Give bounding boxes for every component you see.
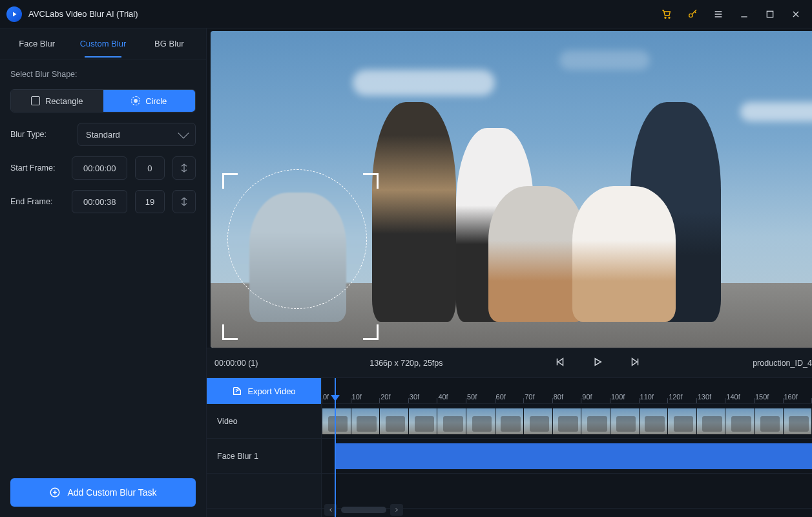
circle-icon bbox=[131, 96, 140, 105]
rectangle-icon bbox=[31, 96, 40, 105]
shape-toggle: Rectangle Circle bbox=[10, 89, 196, 112]
video-thumbnail[interactable] bbox=[495, 408, 524, 434]
video-thumbnail[interactable] bbox=[466, 408, 495, 434]
video-thumbnail[interactable] bbox=[610, 408, 639, 434]
scroll-right-button[interactable] bbox=[390, 504, 403, 516]
ruler-tick: 140f bbox=[725, 393, 754, 401]
add-custom-blur-task-button[interactable]: Add Custom Blur Task bbox=[10, 478, 196, 507]
minimize-icon[interactable] bbox=[738, 8, 750, 20]
blur-type-label: Blur Type: bbox=[10, 130, 70, 139]
start-frame-input[interactable]: 0 bbox=[135, 156, 164, 180]
track-label-video: Video bbox=[207, 404, 321, 439]
video-track[interactable] bbox=[322, 404, 812, 439]
titlebar: AVCLabs Video Blur AI (Trial) bbox=[0, 0, 812, 28]
video-thumbnail[interactable] bbox=[437, 408, 466, 434]
shape-rectangle-button[interactable]: Rectangle bbox=[11, 90, 103, 112]
shape-circle-label: Circle bbox=[145, 96, 167, 106]
blur-type-select[interactable]: Standard bbox=[78, 123, 196, 146]
timeline-ruler[interactable]: 0f10f20f30f40f50f60f70f80f90f100f110f120… bbox=[322, 378, 812, 404]
prev-frame-button[interactable] bbox=[554, 356, 566, 370]
close-icon[interactable] bbox=[790, 8, 802, 20]
sidebar: Face Blur Custom Blur BG Blur Select Blu… bbox=[0, 28, 207, 517]
export-label: Export Video bbox=[247, 386, 295, 396]
video-thumbnail[interactable] bbox=[523, 408, 552, 434]
empty-track bbox=[322, 474, 812, 509]
video-preview[interactable] bbox=[211, 31, 812, 348]
key-icon[interactable] bbox=[687, 8, 698, 20]
end-frame-label: End Frame: bbox=[10, 197, 64, 206]
tab-face-blur[interactable]: Face Blur bbox=[4, 30, 70, 58]
video-thumbnail[interactable] bbox=[639, 408, 668, 434]
playhead[interactable] bbox=[335, 378, 336, 517]
end-snap-button[interactable] bbox=[172, 190, 196, 213]
chevron-down-icon bbox=[178, 128, 189, 139]
timeline: Export Video Video Face Blur 1 0f10f20f3… bbox=[207, 377, 812, 517]
ruler-tick: 50f bbox=[466, 393, 495, 401]
video-thumbnail[interactable] bbox=[696, 408, 725, 434]
start-time-input[interactable]: 00:00:00 bbox=[72, 156, 127, 180]
cart-icon[interactable] bbox=[661, 8, 672, 20]
svg-rect-3 bbox=[767, 11, 773, 17]
video-thumbnail[interactable] bbox=[754, 408, 783, 434]
video-thumbnail[interactable] bbox=[552, 408, 581, 434]
blur-track[interactable] bbox=[322, 439, 812, 474]
blur-clip[interactable] bbox=[335, 443, 812, 469]
ruler-tick: 40f bbox=[437, 393, 466, 401]
video-thumbnail[interactable] bbox=[581, 408, 610, 434]
video-thumbnail[interactable] bbox=[783, 408, 812, 434]
next-frame-button[interactable] bbox=[629, 356, 641, 370]
ruler-tick: 150f bbox=[754, 393, 783, 401]
menu-icon[interactable] bbox=[713, 8, 724, 20]
video-thumbnail[interactable] bbox=[725, 408, 754, 434]
video-thumbnail[interactable] bbox=[322, 408, 351, 434]
play-button[interactable] bbox=[592, 356, 603, 370]
crop-handle-br[interactable] bbox=[363, 324, 379, 340]
tab-custom-blur[interactable]: Custom Blur bbox=[70, 30, 136, 58]
crop-handle-tr[interactable] bbox=[363, 173, 379, 189]
app-title: AVCLabs Video Blur AI (Trial) bbox=[28, 9, 138, 19]
timeline-scrollbar bbox=[322, 504, 812, 516]
svg-point-1 bbox=[669, 17, 670, 18]
player-bar: 00:00:00 (1) 1366p x 720p, 25fps product… bbox=[207, 348, 812, 377]
svg-point-0 bbox=[665, 17, 666, 18]
export-video-button[interactable]: Export Video bbox=[207, 378, 321, 404]
crop-handle-tl[interactable] bbox=[222, 173, 238, 189]
crop-handle-bl[interactable] bbox=[222, 324, 238, 340]
player-info: 1366p x 720p, 25fps bbox=[370, 359, 442, 368]
track-label-blur: Face Blur 1 bbox=[207, 439, 321, 474]
ruler-tick: 90f bbox=[581, 393, 610, 401]
start-snap-button[interactable] bbox=[172, 156, 196, 180]
start-frame-label: Start Frame: bbox=[10, 164, 64, 173]
maximize-icon[interactable] bbox=[764, 8, 776, 20]
ruler-tick: 30f bbox=[408, 393, 437, 401]
blur-region-circle[interactable] bbox=[227, 169, 367, 309]
shape-label: Select Blur Shape: bbox=[10, 70, 196, 79]
scroll-thumb[interactable] bbox=[341, 507, 386, 513]
ruler-tick: 110f bbox=[639, 393, 668, 401]
track-label-empty bbox=[207, 474, 321, 509]
add-task-label: Add Custom Blur Task bbox=[67, 487, 156, 498]
shape-rectangle-label: Rectangle bbox=[45, 96, 83, 106]
end-frame-input[interactable]: 19 bbox=[135, 190, 164, 213]
video-thumbnail[interactable] bbox=[351, 408, 380, 434]
blur-tabs: Face Blur Custom Blur BG Blur bbox=[0, 28, 206, 59]
ruler-tick: 10f bbox=[351, 393, 380, 401]
svg-point-2 bbox=[689, 14, 692, 17]
blur-type-value: Standard bbox=[86, 130, 120, 140]
end-time-input[interactable]: 00:00:38 bbox=[72, 190, 127, 213]
video-thumbnail[interactable] bbox=[667, 408, 696, 434]
ruler-tick: 130f bbox=[696, 393, 725, 401]
player-filename: production_ID_488045... bbox=[753, 359, 812, 368]
ruler-tick: 120f bbox=[667, 393, 696, 401]
tab-bg-blur[interactable]: BG Blur bbox=[136, 30, 202, 58]
ruler-tick: 160f bbox=[783, 393, 812, 401]
video-thumbnail[interactable] bbox=[408, 408, 437, 434]
ruler-tick: 60f bbox=[495, 393, 524, 401]
ruler-tick: 70f bbox=[523, 393, 552, 401]
video-thumbnail[interactable] bbox=[379, 408, 408, 434]
app-logo-icon bbox=[6, 6, 22, 22]
ruler-tick: 100f bbox=[610, 393, 639, 401]
shape-circle-button[interactable]: Circle bbox=[103, 90, 196, 112]
ruler-tick: 20f bbox=[379, 393, 408, 401]
player-position: 00:00:00 (1) bbox=[214, 359, 258, 368]
